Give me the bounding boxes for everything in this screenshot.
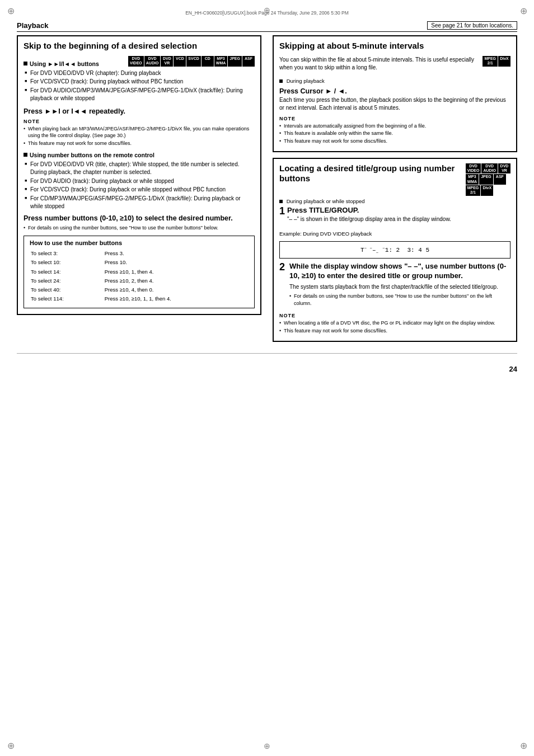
- badge-vcd: VCD: [174, 56, 186, 67]
- press-cursor-heading: Press Cursor ► / ◄.: [279, 87, 510, 95]
- sub2-item-2: For DVD AUDIO (track): During playback o…: [25, 177, 255, 186]
- corner-mark-bl: ⊕: [6, 740, 16, 750]
- note-section-1: NOTE When playing back an MP3/WMA/JPEG/A…: [24, 119, 255, 147]
- main-content: Skip to the beginning of a desired selec…: [17, 35, 517, 348]
- skipping-title: Skipping at about 5-minute intervals: [279, 41, 510, 51]
- table-cell-label-4: To select 24:: [31, 277, 104, 285]
- disc-badge-row-2: VCD SVCD CD: [174, 56, 213, 67]
- badge-asf: ASF: [242, 56, 255, 67]
- disc-badge-row-1: DVDVIDEO DVDAUDIO DVDVR: [128, 56, 173, 67]
- disc-badge-row-3: MP3WMA JPEG ASF: [214, 56, 255, 67]
- badge-dvd-video-loc: DVDVIDEO: [466, 163, 481, 174]
- sub1-item-1: For DVD VIDEO/DVD VR (chapter): During p…: [25, 69, 255, 78]
- badge-cd: CD: [202, 56, 214, 67]
- note2-item-1: For details on using the number buttons,…: [28, 224, 255, 232]
- table-cell-label-6: To select 114:: [31, 295, 104, 303]
- during-label-text-2: During playback or while stopped: [287, 198, 365, 204]
- bullet-icon-2: [24, 153, 27, 157]
- badge-svcd: SVCD: [186, 56, 200, 67]
- badge-jpeg: JPEG: [228, 56, 242, 67]
- badge-dvd-vr-loc: DVDVR: [498, 163, 510, 174]
- table-row: To select 14: Press ≥10, 1, then 4.: [31, 268, 247, 276]
- table-row: To select 40: Press ≥10, 4, then 0.: [31, 286, 247, 294]
- note1-item-2: This feature may not work for some discs…: [28, 140, 255, 147]
- locate-note-item-1: When locating a title of a DVD VR disc, …: [284, 320, 510, 327]
- table-cell-value-6: Press ≥10, ≥10, 1, 1, then 4.: [105, 295, 247, 303]
- during-label-text-1: During playback: [287, 78, 325, 84]
- skipping-intro-text: You can skip within the file at about 5-…: [279, 56, 510, 72]
- right-column: Skipping at about 5-minute intervals MPE…: [273, 35, 517, 348]
- sub2-item-4: For CD/MP3/WMA/JPEG/ASF/MPEG-2/MPEG-1/Di…: [25, 195, 255, 211]
- badge-dvd-audio: DVDAUDIO: [144, 56, 161, 67]
- during-label-1: During playback: [279, 78, 510, 84]
- locate-note-section: NOTE When locating a title of a DVD VR d…: [279, 313, 510, 334]
- step-2-note-item: For details on using the number buttons,…: [294, 293, 510, 307]
- note2-text: For details on using the number buttons,…: [24, 224, 255, 232]
- sub1-item-3: For DVD AUDIO/CD/MP3/WMA/JPEG/ASF/MPEG-2…: [25, 87, 255, 103]
- table-row: To select 3: Press 3.: [31, 250, 247, 257]
- press-instruction-2: Press number buttons (0-10, ≥10) to sele…: [24, 214, 255, 222]
- step-2-block: 2 While the display window shows "– –", …: [279, 262, 510, 307]
- sub2-item-3: For VCD/SVCD (track): During playback or…: [25, 186, 255, 194]
- skipping-intro-block: MPEG2/1 DivX You can skip within the fil…: [279, 56, 510, 73]
- locate-badge-row-1: DVDVIDEO DVDAUDIO DVDVR: [466, 163, 510, 174]
- skip-note-text: Intervals are automatically assigned fro…: [279, 123, 510, 145]
- locate-note-item-2: This feature may not work for some discs…: [284, 327, 510, 335]
- badge-dvd-audio-loc: DVDAUDIO: [481, 163, 498, 174]
- table-row: To select 10: Press 10.: [31, 259, 247, 266]
- badge-divx-loc: DivX: [481, 185, 493, 196]
- skip-note-item-3: This feature may not work for some discs…: [284, 138, 510, 145]
- number-buttons-box-title: How to use the number buttons: [30, 240, 249, 246]
- skip-note-item-1: Intervals are automatically assigned fro…: [284, 123, 510, 130]
- header-bar: Playback See page 21 for button location…: [17, 21, 517, 32]
- sub2-heading-text: Using number buttons on the remote contr…: [30, 152, 154, 158]
- press-cursor-body: Each time you press the button, the play…: [279, 96, 510, 112]
- badge-dvd-video: DVDVIDEO: [128, 56, 144, 67]
- skipping-section: Skipping at about 5-minute intervals MPE…: [273, 35, 517, 152]
- table-cell-value-5: Press ≥10, 4, then 0.: [105, 286, 247, 294]
- left-column: Skip to the beginning of a desired selec…: [17, 35, 261, 348]
- note-text-1: When playing back an MP3/WMA/JPEG/ASF/MP…: [24, 125, 255, 147]
- number-buttons-box: How to use the number buttons To select …: [24, 236, 255, 308]
- disc-badges-skip: MPEG2/1 DivX: [483, 56, 510, 67]
- bullet-icon-1: [24, 62, 27, 65]
- page-number: 24: [17, 365, 517, 373]
- sub1-block: DVDVIDEO DVDAUDIO DVDVR VCD SVCD CD MP3W…: [24, 56, 255, 104]
- header-page-ref: See page 21 for button locations.: [427, 21, 517, 30]
- table-cell-label-1: To select 3:: [31, 250, 104, 257]
- table-cell-value-4: Press ≥10, 2, then 4.: [105, 277, 247, 285]
- sub1-items: For DVD VIDEO/DVD VR (chapter): During p…: [24, 69, 255, 103]
- locate-badge-row-2: MP3WMA JPEG ASF: [466, 174, 510, 185]
- step-2-body: The system starts playback from the firs…: [289, 283, 510, 292]
- page-divider: [17, 353, 517, 354]
- table-row: To select 114: Press ≥10, ≥10, 1, 1, the…: [31, 295, 247, 303]
- table-cell-label-2: To select 10:: [31, 259, 104, 266]
- step-2-inner: 2 While the display window shows "– –", …: [279, 262, 510, 307]
- step-2-content: While the display window shows "– –", us…: [289, 262, 510, 307]
- badge-mp3-wma: MP3WMA: [214, 56, 228, 67]
- center-mark-bottom: ⊕: [264, 741, 270, 750]
- badge-divx-skip: DivX: [498, 56, 510, 67]
- sub2-item-1: For DVD VIDEO/DVD VR (title, chapter): W…: [25, 161, 255, 177]
- corner-mark-br: ⊕: [518, 740, 528, 750]
- table-cell-value-1: Press 3.: [105, 250, 247, 257]
- center-mark-top: ⊕: [264, 6, 270, 15]
- skip-note-item-2: This feature is available only within th…: [284, 130, 510, 137]
- badge-asf-loc: ASF: [494, 174, 506, 185]
- bullet-icon-during-2: [279, 200, 283, 203]
- locate-header-block: DVDVIDEO DVDAUDIO DVDVR MP3WMA JPEG ASF …: [279, 163, 510, 196]
- skip-note-section: NOTE Intervals are automatically assigne…: [279, 116, 510, 145]
- step-1-title: Press TITLE/GROUP.: [287, 206, 510, 214]
- sub1-heading: Using ►►I/I◄◄ buttons: [24, 60, 124, 67]
- note-label-1: NOTE: [24, 119, 255, 124]
- table-row: To select 24: Press ≥10, 2, then 4.: [31, 277, 247, 285]
- disc-badges-locate: DVDVIDEO DVDAUDIO DVDVR MP3WMA JPEG ASF …: [466, 163, 510, 196]
- corner-mark-tl: ⊕: [6, 6, 16, 16]
- sub1-heading-text: Using ►►I/I◄◄ buttons: [30, 60, 99, 67]
- sub1-item-2: For VCD/SVCD (track): During playback wi…: [25, 78, 255, 86]
- step-1-body: "– –" is shown in the title/group displa…: [287, 215, 510, 224]
- header-section-title: Playback: [17, 21, 48, 30]
- badge-dvd-vr: DVDVR: [161, 56, 173, 67]
- table-cell-value-2: Press 10.: [105, 259, 247, 266]
- table-cell-value-3: Press ≥10, 1, then 4.: [105, 268, 247, 276]
